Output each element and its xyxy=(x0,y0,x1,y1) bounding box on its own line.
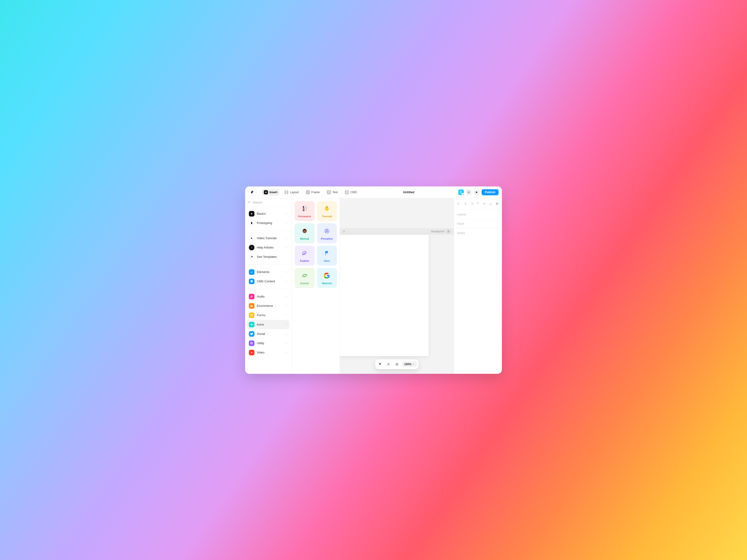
arrow-up-right-icon xyxy=(249,254,254,260)
iconpack-label: Iconoir xyxy=(300,282,309,285)
music-note-icon xyxy=(249,294,254,299)
top-bar: Insert Layout Frame T Text CMS Untitled … xyxy=(245,186,502,198)
align-bottom-button[interactable] xyxy=(488,201,493,206)
twitter-icon xyxy=(249,331,254,337)
flag-icon xyxy=(323,249,331,258)
align-left-button[interactable] xyxy=(457,201,461,206)
document-title[interactable]: Untitled xyxy=(403,190,414,194)
svg-rect-18 xyxy=(306,209,307,211)
iconpack-memoji[interactable]: Memoji xyxy=(294,223,315,243)
app-window: Insert Layout Frame T Text CMS Untitled … xyxy=(245,186,502,374)
sidebar-item-label: Elements xyxy=(257,270,269,274)
search-placeholder: Search xyxy=(253,201,262,204)
info-icon xyxy=(249,245,254,250)
sidebar-item-prototyping[interactable]: Prototyping xyxy=(247,218,290,228)
align-center-h-button[interactable] xyxy=(463,201,468,206)
hand-tool-button[interactable] xyxy=(385,361,392,368)
frame-label: Frame xyxy=(311,191,320,194)
chevron-right-icon xyxy=(285,304,288,307)
iconpack-hero[interactable]: Hero xyxy=(317,246,337,266)
iconpack-twemoji[interactable]: Twemoji xyxy=(317,201,337,221)
iconpack-humaaans[interactable]: Humaaans xyxy=(294,201,315,221)
inspector-section-styles[interactable]: Styles xyxy=(457,228,499,238)
insert-button[interactable]: Insert xyxy=(261,189,280,196)
iconpack-label: Hero xyxy=(324,260,330,262)
collaborator-avatar[interactable]: + xyxy=(458,189,464,195)
iconpack-label: Humaaans xyxy=(298,215,311,218)
insert-sidebar: Search Basics Prototyping Video xyxy=(245,198,292,374)
sidebar-item-label: Video xyxy=(257,351,264,354)
svg-rect-10 xyxy=(251,342,252,344)
sidebar-item-label: Help Articles xyxy=(257,246,274,249)
zoom-control[interactable]: 100% xyxy=(402,362,417,367)
svg-point-30 xyxy=(326,230,328,231)
svg-point-11 xyxy=(303,206,304,208)
frame-icon xyxy=(306,190,310,194)
app-menu-button[interactable] xyxy=(248,189,259,195)
sidebar-item-basics[interactable]: Basics xyxy=(247,209,290,218)
canvas[interactable]: 0 Breakpoint 100% xyxy=(340,198,454,374)
cms-button[interactable]: CMS xyxy=(342,189,359,196)
chevron-right-icon xyxy=(285,323,288,326)
sidebar-item-label: CMS Content xyxy=(257,279,275,283)
svg-rect-16 xyxy=(306,207,307,209)
chevron-down-icon xyxy=(412,363,415,365)
copy-icon xyxy=(249,341,254,346)
iconpack-iconoir[interactable]: Iconoir xyxy=(294,268,315,288)
publish-button[interactable]: Publish xyxy=(482,189,499,195)
sidebar-item-label: Ecommerce xyxy=(257,304,273,308)
svg-rect-17 xyxy=(306,209,306,211)
align-center-v-button[interactable] xyxy=(482,201,487,206)
sidebar-item-label: Forms xyxy=(257,313,265,317)
distribute-button[interactable] xyxy=(495,201,499,206)
iconpack-material[interactable]: Material xyxy=(317,268,337,288)
zoom-value: 100% xyxy=(404,363,412,366)
iconpack-label: Phosphor xyxy=(321,237,333,240)
inspector-panel: Layout Stack Styles xyxy=(454,198,502,374)
sidebar-item-label: Utility xyxy=(257,341,264,345)
layout-button[interactable]: Layout xyxy=(282,189,301,196)
svg-point-3 xyxy=(248,202,250,203)
sidebar-item-ecommerce[interactable]: Ecommerce xyxy=(247,301,290,311)
sidebar-item-help-articles[interactable]: Help Articles xyxy=(247,243,290,252)
text-button[interactable]: T Text xyxy=(325,189,340,196)
align-top-button[interactable] xyxy=(476,201,480,206)
svg-point-5 xyxy=(251,247,252,247)
sidebar-item-utility[interactable]: Utility xyxy=(247,339,290,348)
insert-label: Insert xyxy=(269,191,277,194)
sidebar-item-video[interactable]: Video xyxy=(247,348,290,357)
select-tool-button[interactable] xyxy=(377,361,384,368)
iconpack-phosphor[interactable]: Phosphor xyxy=(317,223,337,243)
play-icon xyxy=(475,191,478,194)
frame-desktop[interactable] xyxy=(340,235,429,356)
settings-button[interactable] xyxy=(466,189,472,195)
sidebar-item-elements[interactable]: Elements xyxy=(247,267,290,277)
inspector-section-layout[interactable]: Layout xyxy=(457,210,499,219)
svg-point-33 xyxy=(302,274,307,277)
svg-rect-13 xyxy=(303,210,304,211)
inspector-section-stack[interactable]: Stack xyxy=(457,219,499,228)
iconpack-feather[interactable]: Feather xyxy=(294,246,315,266)
sidebar-item-audio[interactable]: Audio xyxy=(247,292,290,301)
preview-button[interactable] xyxy=(474,189,480,195)
chevron-right-icon xyxy=(285,271,288,273)
comment-tool-button[interactable] xyxy=(393,361,401,368)
frame-button[interactable]: Frame xyxy=(304,189,322,196)
search-input[interactable]: Search xyxy=(245,198,291,207)
sidebar-item-label: See Templates xyxy=(257,255,277,259)
add-breakpoint-button[interactable] xyxy=(446,229,450,234)
sidebar-item-cms-content[interactable]: CMS Content xyxy=(247,277,290,286)
sidebar-item-forms[interactable]: Forms xyxy=(247,311,290,320)
feather-icon xyxy=(300,249,309,258)
chevron-right-icon xyxy=(285,332,288,335)
sidebar-item-social[interactable]: Social xyxy=(247,329,290,339)
sidebar-item-icons[interactable]: Icons xyxy=(247,320,290,329)
align-right-button[interactable] xyxy=(469,201,474,206)
star-icon xyxy=(249,322,254,327)
sidebar-item-label: Audio xyxy=(257,295,264,298)
breakpoint-origin: 0 xyxy=(343,230,345,233)
svg-rect-7 xyxy=(251,305,252,306)
svg-point-2 xyxy=(468,192,469,193)
sidebar-item-see-templates[interactable]: See Templates xyxy=(247,252,290,262)
sidebar-item-video-tutorials[interactable]: Video Tutorials xyxy=(247,234,290,243)
